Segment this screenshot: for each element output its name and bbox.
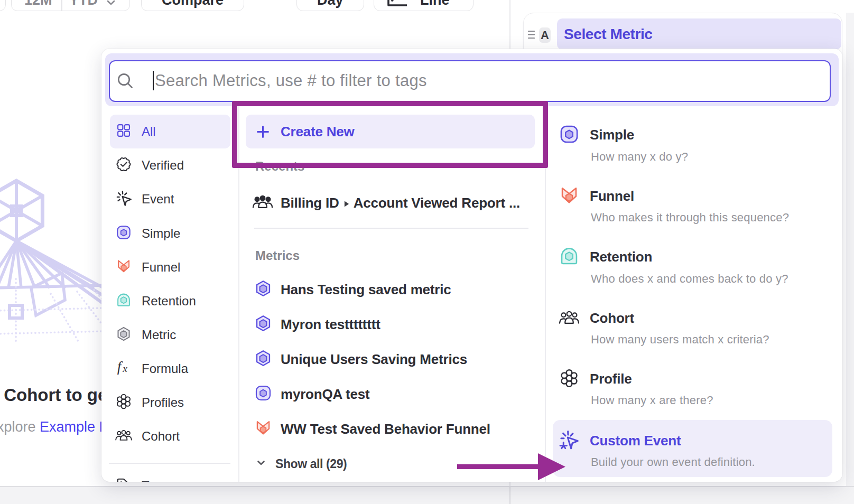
svg-text:f: f xyxy=(117,360,123,375)
svg-text:x: x xyxy=(122,363,127,375)
